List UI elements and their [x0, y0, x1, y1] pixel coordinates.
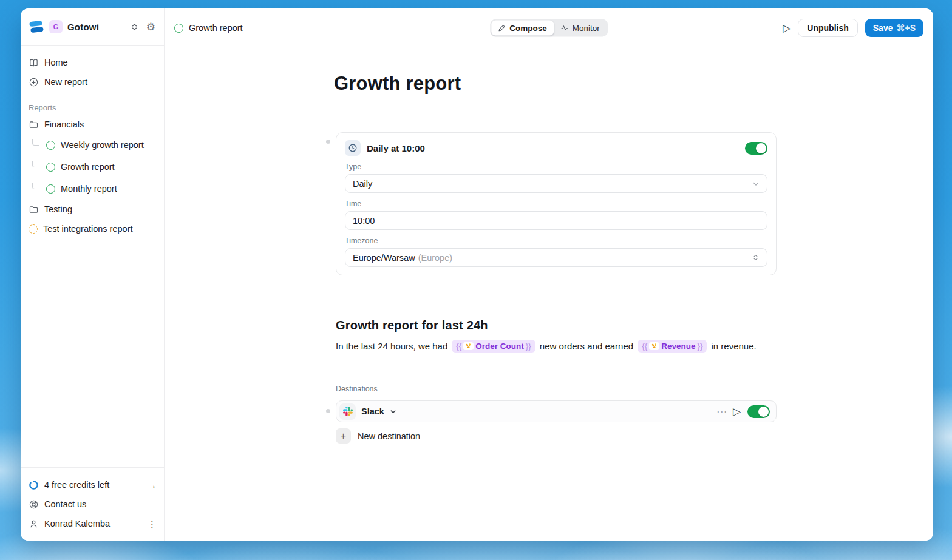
published-report-icon [46, 184, 55, 194]
integration-source-icon [465, 343, 472, 349]
sidebar-footer: 4 free credits left → Contact us Konrad [21, 467, 164, 541]
token-close-brace: }} [526, 342, 531, 351]
app-window: G Gotowi ⚙ Home [21, 8, 933, 541]
chevron-down-icon [752, 180, 760, 187]
published-report-icon [46, 163, 55, 172]
chevron-up-down-icon [130, 22, 139, 32]
settings-button[interactable]: ⚙ [145, 21, 157, 33]
variable-token-revenue[interactable]: {{ Revenue }} [638, 340, 707, 353]
sidebar-folder-financials[interactable]: Financials [29, 115, 157, 134]
book-icon [29, 58, 39, 68]
report-block-heading: Growth report for last 24h [336, 319, 488, 332]
page-title: Growth report [334, 73, 461, 95]
workspace-avatar: G [49, 20, 63, 33]
clock-icon [348, 143, 358, 153]
sidebar-item-label: Home [44, 58, 68, 67]
chevron-down-icon[interactable] [390, 408, 396, 415]
sidebar-nav: Home New report Reports Financials [21, 46, 164, 238]
topbar-report-title: Growth report [174, 23, 243, 33]
type-select[interactable]: Daily [345, 174, 767, 193]
workspace-switcher[interactable]: G Gotowi ⚙ [21, 8, 164, 46]
destinations-label: Destinations [336, 385, 378, 393]
sentence-part: In the last 24 hours, we had [336, 341, 447, 351]
sidebar-report-weekly-growth[interactable]: Weekly growth report [29, 134, 157, 156]
report-label: Growth report [61, 162, 115, 172]
sidebar-item-label: New report [44, 77, 87, 87]
report-label: Weekly growth report [61, 140, 144, 150]
timezone-select-value: Europe/Warsaw [353, 253, 415, 263]
sentence-part: new orders and earned [540, 341, 633, 351]
contact-us-label: Contact us [44, 499, 86, 509]
tree-connector [32, 183, 39, 189]
save-button[interactable]: Save ⌘+S [865, 19, 923, 37]
sidebar-folder-testing[interactable]: Testing [29, 200, 157, 219]
variable-token-order-count[interactable]: {{ Order Count }} [452, 340, 536, 353]
person-icon [29, 519, 39, 529]
destination-row-slack[interactable]: Slack ⋯ ▷ [336, 400, 777, 422]
folder-label: Financials [44, 120, 84, 129]
user-name: Konrad Kalemba [44, 519, 110, 528]
credits-label: 4 free credits left [44, 480, 109, 490]
save-button-label: Save [873, 23, 893, 33]
type-field-label: Type [345, 163, 767, 171]
save-shortcut: ⌘+S [896, 23, 916, 33]
tab-compose-label: Compose [509, 24, 547, 33]
sidebar-report-growth[interactable]: Growth report [29, 156, 157, 178]
workspace-selector-button[interactable] [129, 21, 140, 33]
token-chip [463, 342, 474, 350]
plus-icon: + [336, 428, 351, 444]
unpublish-button[interactable]: Unpublish [798, 19, 857, 37]
token-open-brace: {{ [456, 342, 461, 351]
type-select-value: Daily [353, 179, 372, 189]
sidebar-report-monthly[interactable]: Monthly report [29, 178, 157, 200]
run-destination-icon[interactable]: ▷ [733, 407, 741, 417]
schedule-title: Daily at 10:00 [367, 143, 425, 153]
kebab-menu-icon[interactable]: ⋮ [148, 519, 157, 528]
sidebar-report-test-integrations[interactable]: Test integrations report [29, 219, 157, 238]
report-label: Test integrations report [43, 224, 133, 234]
reports-section-label: Reports [29, 100, 157, 115]
timezone-field-label: Timezone [345, 237, 767, 245]
tab-compose[interactable]: Compose [491, 21, 554, 36]
destination-enabled-toggle[interactable] [747, 405, 770, 418]
user-account-item[interactable]: Konrad Kalemba ⋮ [29, 514, 157, 533]
sidebar-item-home[interactable]: Home [29, 53, 157, 72]
topbar-title-label: Growth report [189, 23, 243, 33]
run-report-icon[interactable]: ▷ [783, 23, 790, 33]
timeline-dot [326, 140, 330, 144]
more-options-icon[interactable]: ⋯ [716, 407, 727, 417]
time-input[interactable]: 10:00 [345, 211, 767, 230]
tab-monitor[interactable]: Monitor [554, 21, 607, 36]
credits-item[interactable]: 4 free credits left → [29, 475, 157, 494]
slack-icon-chip [339, 403, 356, 420]
report-block-text: In the last 24 hours, we had {{ Order Co… [336, 340, 756, 353]
time-input-value: 10:00 [353, 216, 375, 226]
toggle-knob [758, 407, 769, 417]
clock-icon-chip [345, 140, 361, 156]
activity-icon [560, 24, 569, 32]
new-destination-button[interactable]: + New destination [336, 428, 420, 444]
workspace-name: Gotowi [67, 22, 99, 32]
token-close-brace: }} [697, 342, 702, 351]
main-area: Growth report Compose Monitor [165, 8, 933, 541]
tab-monitor-label: Monitor [573, 24, 600, 33]
token-open-brace: {{ [642, 342, 647, 351]
token-label: Revenue [661, 342, 695, 351]
desktop-background: G Gotowi ⚙ Home [0, 0, 952, 560]
schedule-card-header: Daily at 10:00 [345, 140, 767, 156]
folder-icon [29, 120, 39, 130]
sidebar-item-new-report[interactable]: New report [29, 72, 157, 92]
new-destination-label: New destination [358, 431, 420, 441]
compose-monitor-switch: Compose Monitor [490, 19, 608, 37]
report-label: Monthly report [61, 184, 117, 194]
schedule-enabled-toggle[interactable] [745, 142, 767, 155]
folder-label: Testing [44, 204, 72, 214]
arrow-right-icon[interactable]: → [148, 481, 157, 490]
toggle-knob [756, 143, 766, 153]
published-report-icon [174, 24, 183, 33]
plus-circle-icon [29, 77, 39, 87]
timeline-line [328, 141, 328, 411]
sentence-part: in revenue. [711, 341, 756, 351]
contact-us-item[interactable]: Contact us [29, 494, 157, 514]
timezone-select[interactable]: Europe/Warsaw (Europe) [345, 248, 767, 267]
